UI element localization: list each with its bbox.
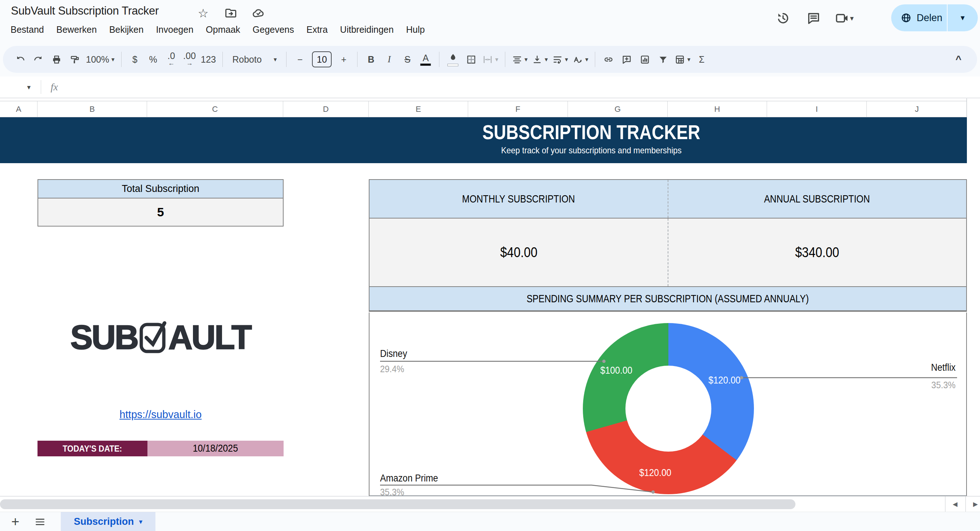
scroll-right-button[interactable]: ▶ (966, 496, 980, 512)
column-header-c[interactable]: C (147, 101, 283, 117)
column-header-g[interactable]: G (568, 101, 668, 117)
share-button-label: Delen (916, 13, 942, 24)
collapse-toolbar-button[interactable]: ^ (950, 49, 967, 70)
horizontal-scrollbar-thumb[interactable] (0, 499, 795, 509)
borders-button[interactable] (462, 49, 480, 70)
column-header-a[interactable]: A (0, 101, 38, 117)
move-folder-icon[interactable] (224, 6, 237, 20)
insert-comment-button[interactable] (618, 49, 636, 70)
column-header-i[interactable]: I (767, 101, 867, 117)
font-size-decrease-button[interactable]: − (291, 49, 309, 70)
disney-value-label: $100.00 (600, 365, 632, 376)
annual-subscription-header: ANNUAL SUBSCRIPTION (668, 180, 967, 218)
decrease-decimals-button[interactable]: .0← (162, 49, 181, 70)
column-header-h[interactable]: H (668, 101, 767, 117)
netflix-percent: 35.3% (932, 380, 956, 391)
font-size-input[interactable]: 10 (312, 51, 332, 67)
insert-link-button[interactable] (600, 49, 618, 70)
column-header-d[interactable]: D (283, 101, 369, 117)
menu-extra[interactable]: Extra (300, 21, 334, 38)
history-icon (776, 11, 790, 26)
paint-roller-icon (70, 54, 80, 65)
amazon-prime-value-label: $120.00 (639, 467, 671, 478)
text-wrap-button[interactable]: ▾ (550, 49, 570, 70)
paint-format-button[interactable] (65, 49, 84, 70)
tab-caret-icon[interactable]: ▾ (139, 518, 143, 526)
zoom-select[interactable]: 100%▾ (84, 49, 117, 70)
borders-icon (466, 54, 477, 65)
column-divider-dashed (668, 218, 668, 286)
globe-icon (900, 13, 912, 23)
subvault-link[interactable]: https://subvault.io (119, 409, 202, 420)
column-header-b[interactable]: B (38, 101, 147, 117)
tab-subscription[interactable]: Subscription ▾ (61, 512, 156, 531)
menu-gegevens[interactable]: Gegevens (247, 21, 300, 38)
format-percent-button[interactable]: % (144, 49, 162, 70)
name-box[interactable]: ▾ (0, 77, 41, 97)
italic-button[interactable]: I (380, 49, 398, 70)
hamburger-icon (34, 516, 46, 528)
monthly-subscription-header: MONTHLY SUBSCRIPTION (369, 180, 668, 218)
redo-button[interactable] (29, 49, 47, 70)
merge-caret-icon: ▾ (495, 56, 498, 63)
amazon-prime-percent: 35.3% (380, 486, 404, 496)
menu-opmaak[interactable]: Opmaak (199, 21, 246, 38)
logo-checkbox-icon (140, 323, 165, 352)
number-format-button[interactable]: 123 (199, 49, 218, 70)
add-sheet-button[interactable]: + (5, 512, 25, 531)
menu-bestand[interactable]: Bestand (4, 21, 50, 38)
menu-uitbreidingen[interactable]: Uitbreidingen (334, 21, 400, 38)
amazon-prime-label: Amazon Prime (380, 473, 438, 484)
zoom-caret-icon: ▾ (111, 56, 115, 63)
star-icon[interactable]: ☆ (197, 6, 210, 20)
font-select[interactable]: Roboto▾ (227, 49, 282, 70)
menu-bewerken[interactable]: Bewerken (50, 21, 103, 38)
column-header-e[interactable]: E (369, 101, 468, 117)
netflix-value-label: $120.00 (708, 375, 740, 386)
all-sheets-button[interactable] (30, 512, 50, 531)
bold-button[interactable]: B (362, 49, 380, 70)
create-filter-button[interactable] (654, 49, 672, 70)
menu-invoegen[interactable]: Invoegen (150, 21, 199, 38)
menu-hulp[interactable]: Hulp (400, 21, 431, 38)
vertical-align-icon (532, 54, 542, 65)
scroll-left-button[interactable]: ◀ (945, 496, 965, 512)
fill-color-icon (448, 53, 458, 63)
redo-icon (33, 54, 44, 65)
vertical-align-button[interactable]: ▾ (530, 49, 550, 70)
share-button[interactable]: Delen ▾ (891, 4, 978, 31)
formula-input[interactable] (58, 77, 980, 97)
version-history-button[interactable] (771, 8, 795, 29)
cloud-saved-icon[interactable] (252, 6, 265, 20)
print-button[interactable] (47, 49, 65, 70)
column-header-j[interactable]: J (867, 101, 967, 117)
meet-button[interactable]: ▾ (832, 8, 856, 29)
insert-table-button[interactable]: ▾ (672, 49, 693, 70)
merge-cells-button[interactable]: ▾ (480, 49, 501, 70)
insert-chart-button[interactable] (636, 49, 654, 70)
sheet-grid[interactable]: SUBSCRIPTION TRACKER Keep track of your … (0, 117, 967, 496)
share-caret-icon[interactable]: ▾ (948, 13, 978, 22)
strikethrough-button[interactable]: S (398, 49, 417, 70)
merge-cells-icon (482, 54, 493, 65)
increase-decimals-button[interactable]: .00→ (181, 49, 199, 70)
format-currency-button[interactable]: $ (126, 49, 144, 70)
donut-chart[interactable]: Disney 29.4% Netflix 35.3% Amazon Prime … (369, 313, 967, 496)
total-subscription-label: Total Subscription (38, 180, 283, 198)
text-rotation-button[interactable]: ▾ (570, 49, 590, 70)
document-title[interactable]: SubVault Subscription Tracker (11, 4, 159, 18)
column-header-f[interactable]: F (468, 101, 568, 117)
text-color-button[interactable]: A (417, 49, 435, 70)
fill-color-swatch (447, 64, 458, 66)
spending-summary-header: SPENDING SUMMARY PER SUBSCRIPTION (ASSUM… (369, 287, 966, 311)
menu-bekijken[interactable]: Bekijken (103, 21, 150, 38)
horizontal-align-button[interactable]: ▾ (510, 49, 530, 70)
fill-color-button[interactable] (444, 49, 462, 70)
font-caret-icon: ▾ (274, 56, 277, 63)
functions-button[interactable]: Σ (693, 49, 711, 70)
annual-subscription-value: $340.00 (668, 218, 967, 286)
horizontal-scrollbar[interactable]: ◀ ▶ (0, 496, 980, 512)
font-size-increase-button[interactable]: + (334, 49, 353, 70)
comments-button[interactable] (802, 8, 826, 29)
undo-button[interactable] (11, 49, 29, 70)
